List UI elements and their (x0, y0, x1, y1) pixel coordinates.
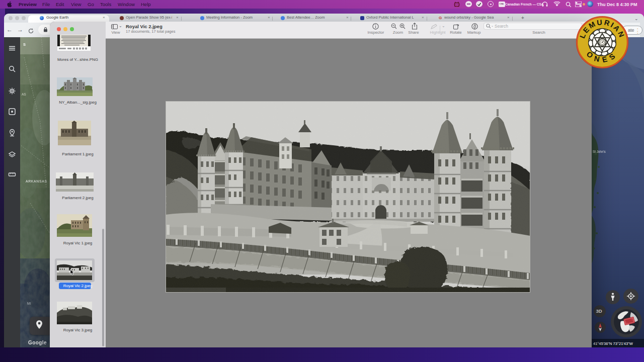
svg-text:S: S (23, 42, 26, 47)
svg-text:MI: MI (27, 302, 31, 305)
svg-text:AS: AS (22, 93, 26, 96)
svg-text:ARKANSAS: ARKANSAS (26, 179, 47, 183)
svg-text:St John's: St John's (593, 150, 606, 153)
